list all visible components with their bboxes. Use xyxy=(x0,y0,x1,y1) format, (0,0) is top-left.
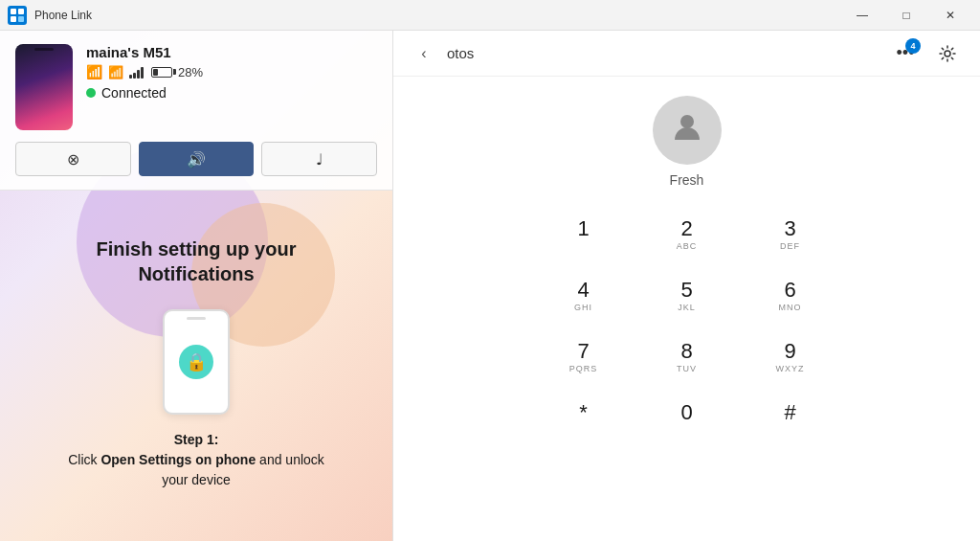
battery-fill xyxy=(153,69,158,76)
svg-rect-0 xyxy=(8,6,27,25)
key-letters: PQRS xyxy=(569,364,598,375)
mute-button[interactable]: ⊗ xyxy=(15,142,131,176)
device-details: maina's M51 📶 📶 xyxy=(86,44,377,101)
dial-key-2[interactable]: 2ABC xyxy=(637,207,737,264)
svg-rect-1 xyxy=(11,9,16,14)
key-letters: WXYZ xyxy=(776,364,805,375)
title-bar-left: Phone Link xyxy=(8,6,92,25)
key-number: # xyxy=(784,402,795,423)
key-number: 7 xyxy=(577,341,589,362)
app-title: Phone Link xyxy=(34,9,92,22)
key-letters: GHI xyxy=(574,303,592,314)
gear-icon xyxy=(938,44,957,63)
key-letters: ABC xyxy=(677,241,698,253)
connected-label: Connected xyxy=(101,85,167,101)
nav-right-icons: ••• 4 xyxy=(888,36,965,71)
music-button[interactable]: ♩ xyxy=(261,142,377,176)
volume-button[interactable]: 🔊 xyxy=(139,142,255,176)
dial-key-9[interactable]: 9WXYZ xyxy=(741,329,840,387)
svg-point-6 xyxy=(680,115,694,128)
svg-rect-2 xyxy=(18,9,24,14)
key-number: * xyxy=(579,402,588,423)
dial-key-3[interactable]: 3DEF xyxy=(741,207,840,264)
key-number: 5 xyxy=(680,280,692,301)
battery-icon xyxy=(151,67,172,78)
notification-badge: 4 xyxy=(905,38,921,54)
minimize-button[interactable]: — xyxy=(840,0,884,31)
settings-link-text: Open Settings on phone xyxy=(100,452,256,467)
key-number: 1 xyxy=(577,218,589,239)
lock-icon: 🔒 xyxy=(179,345,213,379)
key-letters: JKL xyxy=(678,303,696,314)
key-number: 6 xyxy=(784,280,795,301)
main-container: maina's M51 📶 📶 xyxy=(0,31,980,541)
phone-illustration: 🔒 xyxy=(163,309,230,415)
key-number: 9 xyxy=(784,341,795,362)
dial-key-0[interactable]: 0 xyxy=(637,391,737,448)
notification-setup: Finish setting up your Notifications 🔒 S… xyxy=(0,208,392,541)
person-icon xyxy=(670,109,704,151)
mute-icon: ⊗ xyxy=(67,150,79,169)
wifi-icon: 📶 xyxy=(108,65,123,79)
connected-row: Connected xyxy=(86,85,377,101)
volume-icon: 🔊 xyxy=(187,150,206,169)
key-letters: DEF xyxy=(780,241,800,253)
left-panel: maina's M51 📶 📶 xyxy=(0,31,392,541)
step-label: Step 1: xyxy=(174,432,219,447)
device-image xyxy=(15,44,73,130)
right-top-nav: ‹ otos ••• 4 xyxy=(393,31,980,77)
back-button[interactable]: ‹ xyxy=(409,38,439,69)
device-name: maina's M51 xyxy=(86,44,377,60)
contact-name: Fresh xyxy=(670,172,704,192)
dial-key-6[interactable]: 6MNO xyxy=(741,268,840,326)
svg-point-5 xyxy=(945,51,950,56)
right-panel: ‹ otos ••• 4 xyxy=(392,31,980,541)
dial-key-*[interactable]: * xyxy=(534,391,634,448)
dial-key-8[interactable]: 8TUV xyxy=(637,329,737,387)
dial-key-7[interactable]: 7PQRS xyxy=(534,329,634,387)
music-icon: ♩ xyxy=(316,150,323,169)
dial-grid: 12ABC3DEF4GHI5JKL6MNO7PQRS8TUV9WXYZ*0# xyxy=(534,207,840,448)
dial-key-#[interactable]: # xyxy=(741,391,840,448)
connected-indicator xyxy=(86,88,96,98)
close-button[interactable]: ✕ xyxy=(928,0,972,31)
key-number: 8 xyxy=(680,341,692,362)
dial-area: Fresh 12ABC3DEF4GHI5JKL6MNO7PQRS8TUV9WXY… xyxy=(393,77,980,541)
device-stats: 📶 📶 28% xyxy=(86,64,377,79)
dial-key-5[interactable]: 5JKL xyxy=(637,268,737,326)
maximize-button[interactable]: □ xyxy=(884,0,928,31)
key-number: 2 xyxy=(680,218,692,239)
nav-tab-label: otos xyxy=(439,45,888,61)
notifications-button[interactable]: ••• 4 xyxy=(888,36,923,71)
app-icon xyxy=(8,6,27,25)
battery-percentage: 28% xyxy=(178,65,203,79)
notification-title: Finish setting up your Notifications xyxy=(97,237,297,286)
key-letters: TUV xyxy=(677,364,697,375)
key-letters: MNO xyxy=(779,303,802,314)
dial-key-4[interactable]: 4GHI xyxy=(534,268,634,326)
settings-button[interactable] xyxy=(930,36,965,71)
action-buttons: ⊗ 🔊 ♩ xyxy=(15,142,377,176)
window-controls: — □ ✕ xyxy=(840,0,972,31)
svg-rect-3 xyxy=(11,16,16,22)
avatar xyxy=(653,96,722,165)
bluetooth-icon: 📶 xyxy=(86,64,102,79)
signal-icon xyxy=(129,66,144,79)
title-bar: Phone Link — □ ✕ xyxy=(0,0,980,31)
device-info-area: maina's M51 📶 📶 xyxy=(0,31,392,191)
chevron-left-icon: ‹ xyxy=(421,45,426,62)
device-row: maina's M51 📶 📶 xyxy=(15,44,377,130)
step-description: Step 1: Click Open Settings on phone and… xyxy=(68,430,324,490)
key-number: 4 xyxy=(577,280,589,301)
dial-key-1[interactable]: 1 xyxy=(534,207,634,264)
key-number: 3 xyxy=(784,218,795,239)
key-number: 0 xyxy=(680,402,692,423)
svg-rect-4 xyxy=(18,16,24,22)
